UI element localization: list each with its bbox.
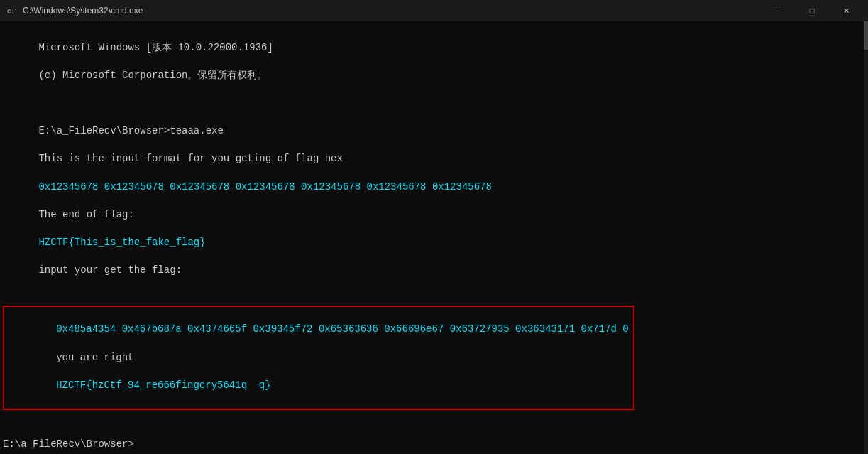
scrollbar[interactable]: [864, 21, 868, 454]
console-line-1: Microsoft Windows [版本 10.0.22000.1936]: [38, 42, 273, 53]
highlight-box: 0x485a4354 0x467b687a 0x4374665f 0x39345…: [3, 306, 634, 410]
titlebar: C:\ C:\Windows\System32\cmd.exe ─ □ ✕: [0, 0, 868, 21]
titlebar-left: C:\ C:\Windows\System32\cmd.exe: [6, 5, 143, 16]
scrollbar-thumb[interactable]: [864, 21, 868, 50]
svg-text:C:\: C:\: [7, 9, 16, 16]
console-line-12: HZCTF{hzCtf_94_re666fingcry5641q q}: [56, 379, 270, 391]
console-line-9: input your get the flag:: [38, 264, 182, 276]
console-line-2: (c) Microsoft Corporation。保留所有权利。: [38, 70, 267, 81]
cmd-window: C:\ C:\Windows\System32\cmd.exe ─ □ ✕ Mi…: [0, 0, 868, 454]
console-prompt: E:\a_FileRecv\Browser>: [3, 410, 865, 454]
console-highlighted-output: 0x485a4354 0x467b687a 0x4374665f 0x39345…: [9, 309, 629, 406]
titlebar-controls: ─ □ ✕: [762, 0, 862, 21]
console-line-13: E:\a_FileRecv\Browser>: [3, 438, 134, 450]
minimize-button[interactable]: ─: [762, 0, 794, 21]
console-line-4: E:\a_FileRecv\Browser>teaaa.exe: [38, 125, 223, 136]
window-title: C:\Windows\System32\cmd.exe: [23, 6, 143, 16]
console-line-6: 0x12345678 0x12345678 0x12345678 0x12345…: [38, 181, 492, 193]
console-line-11: you are right: [56, 352, 133, 363]
console-line-5: This is the input format for you geting …: [38, 153, 342, 164]
console-line-7: The end of flag:: [38, 209, 133, 220]
close-button[interactable]: ✕: [830, 0, 862, 21]
cmd-icon: C:\: [6, 5, 17, 16]
console-output: Microsoft Windows [版本 10.0.22000.1936] (…: [3, 27, 865, 306]
console-body: Microsoft Windows [版本 10.0.22000.1936] (…: [0, 21, 868, 454]
console-line-8: HZCTF{This_is_the_fake_flag}: [38, 237, 205, 248]
console-line-10: 0x485a4354 0x467b687a 0x4374665f 0x39345…: [56, 323, 629, 335]
maximize-button[interactable]: □: [796, 0, 828, 21]
